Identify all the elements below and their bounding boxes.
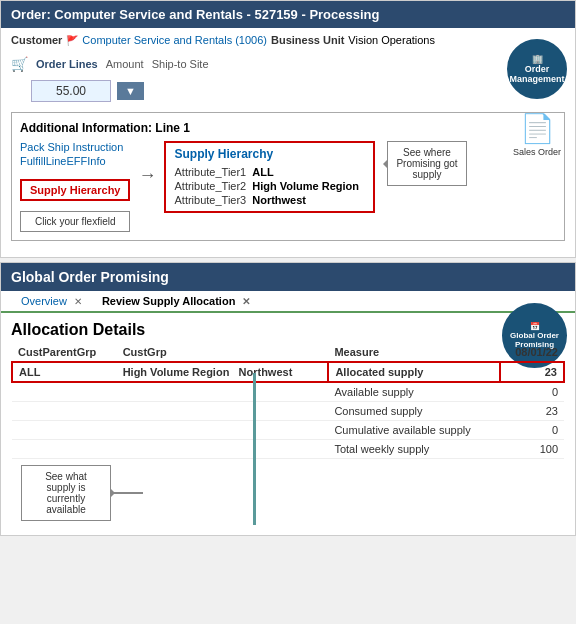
sh-value: Northwest (252, 193, 365, 207)
measure-cell: Total weekly supply (328, 440, 500, 459)
value-cell: 23 (500, 402, 564, 421)
col-measure: Measure (328, 343, 500, 362)
cust-grp-cell (117, 402, 329, 421)
value-cell: 23 (500, 362, 564, 382)
cust-grp-cell (117, 440, 329, 459)
calendar-icon: 📅 (530, 322, 540, 331)
business-unit-label: Business Unit (271, 34, 344, 46)
cart-icon: 🛒 (11, 56, 28, 72)
sh-value: ALL (252, 165, 365, 179)
allocation-table: CustParentGrp CustGrp Measure 08/01/22 A… (11, 343, 565, 459)
arrow-connector-icon: → (138, 165, 156, 186)
dropdown-button[interactable]: ▼ (117, 82, 144, 100)
col-cust-parent-grp: CustParentGrp (12, 343, 117, 362)
cust-parent-grp-cell (12, 421, 117, 440)
order-lines-label: Order Lines (36, 58, 98, 70)
supply-hierarchy-row: Attribute_Tier3Northwest (174, 193, 365, 207)
flexfield-note: Click your flexfield (20, 211, 130, 232)
order-title: Order: Computer Service and Rentals - 52… (11, 7, 379, 22)
customer-label: Customer (11, 34, 62, 46)
order-title-bar: Order: Computer Service and Rentals - 52… (1, 1, 575, 28)
sh-attr: Attribute_Tier3 (174, 193, 252, 207)
document-icon: 📄 (520, 112, 555, 145)
cust-grp-cell: High Volume Region Northwest (117, 362, 329, 382)
sh-value: High Volume Region (252, 179, 365, 193)
measure-cell: Allocated supply (328, 362, 500, 382)
info-links: Pack Ship Instruction FulfillLineEFFInfo (20, 141, 130, 167)
pack-ship-link[interactable]: Pack Ship Instruction (20, 141, 130, 153)
right-icons: 🏢 Order Management 📄 Sales Order (499, 31, 575, 167)
alloc-table-row: Consumed supply 23 (12, 402, 564, 421)
supply-hierarchy-button[interactable]: Supply Hierarchy (20, 179, 130, 201)
customer-value[interactable]: Computer Service and Rentals (1006) (82, 34, 267, 46)
supply-hierarchy-row: Attribute_Tier1ALL (174, 165, 365, 179)
value-cell: 0 (500, 421, 564, 440)
tab-overview-close[interactable]: ✕ (74, 296, 82, 307)
see-available-callout: See what supply is currently available (21, 465, 111, 521)
supply-hierarchy-title: Supply Hierarchy (174, 147, 365, 161)
alloc-table-row: Total weekly supply 100 (12, 440, 564, 459)
cust-grp-cell (117, 421, 329, 440)
additional-info-box: Additional Information: Line 1 Pack Ship… (11, 112, 565, 241)
value-cell: 100 (500, 440, 564, 459)
alloc-table-row: Cumulative available supply 0 (12, 421, 564, 440)
allocation-table-wrap: CustParentGrp CustGrp Measure 08/01/22 A… (1, 343, 575, 535)
order-lines-row: 🛒 Order Lines Amount Ship-to Site (1, 52, 575, 76)
measure-cell: Cumulative available supply (328, 421, 500, 440)
info-row-flex: Pack Ship Instruction FulfillLineEFFInfo… (20, 141, 556, 232)
supply-hierarchy-row: Attribute_Tier2High Volume Region (174, 179, 365, 193)
bottom-callout-wrap: See what supply is currently available (21, 465, 555, 521)
additional-info-title: Additional Information: Line 1 (20, 121, 556, 135)
breadcrumb: Customer 🚩 Computer Service and Rentals … (1, 28, 575, 52)
supply-hierarchy-box: Supply Hierarchy Attribute_Tier1ALLAttri… (164, 141, 375, 213)
top-section: Order: Computer Service and Rentals - 52… (0, 0, 576, 258)
measure-cell: Available supply (328, 382, 500, 402)
left-info-col: Pack Ship Instruction FulfillLineEFFInfo… (20, 141, 130, 232)
gop-header: Global Order Promising (1, 263, 575, 291)
supply-area: Supply Hierarchy Attribute_Tier1ALLAttri… (164, 141, 467, 213)
value-cell: 0 (500, 382, 564, 402)
ship-to-sub-label: Ship-to Site (152, 58, 209, 70)
cust-parent-grp-cell (12, 402, 117, 421)
tabs-row: Overview ✕ Review Supply Allocation ✕ (1, 291, 575, 313)
bottom-section: Global Order Promising Overview ✕ Review… (0, 262, 576, 536)
measure-cell: Consumed supply (328, 402, 500, 421)
amount-sub-label: Amount (106, 58, 144, 70)
col-cust-grp: CustGrp (117, 343, 329, 362)
alloc-table-row: Available supply 0 (12, 382, 564, 402)
business-unit-value: Vision Operations (348, 34, 435, 46)
cust-parent-grp-cell: ALL (12, 362, 117, 382)
teal-divider (253, 373, 256, 525)
alloc-table-row: ALL High Volume Region Northwest Allocat… (12, 362, 564, 382)
cust-grp-cell (117, 382, 329, 402)
sh-attr: Attribute_Tier1 (174, 165, 252, 179)
chevron-down-icon: ▼ (125, 85, 136, 97)
tab-overview[interactable]: Overview ✕ (11, 291, 92, 313)
amount-row: 55.00 ▼ (1, 76, 575, 106)
see-where-callout: See where Promising got supply (387, 141, 467, 186)
tab-review-close[interactable]: ✕ (242, 296, 250, 307)
amount-input[interactable]: 55.00 (31, 80, 111, 102)
supply-hierarchy-table: Attribute_Tier1ALLAttribute_Tier2High Vo… (174, 165, 365, 207)
fulfill-line-link[interactable]: FulfillLineEFFInfo (20, 155, 130, 167)
sales-order-icon[interactable]: 📄 Sales Order (510, 109, 565, 159)
customer-flag-icon: 🚩 (66, 35, 78, 46)
cust-parent-grp-cell (12, 440, 117, 459)
sh-attr: Attribute_Tier2 (174, 179, 252, 193)
allocation-title: Allocation Details (1, 313, 575, 343)
order-management-icon[interactable]: 🏢 Order Management (507, 39, 567, 99)
tab-review-supply-allocation[interactable]: Review Supply Allocation ✕ (92, 291, 261, 313)
building-icon: 🏢 (532, 54, 543, 64)
cust-parent-grp-cell (12, 382, 117, 402)
col-date: 08/01/22 (500, 343, 564, 362)
